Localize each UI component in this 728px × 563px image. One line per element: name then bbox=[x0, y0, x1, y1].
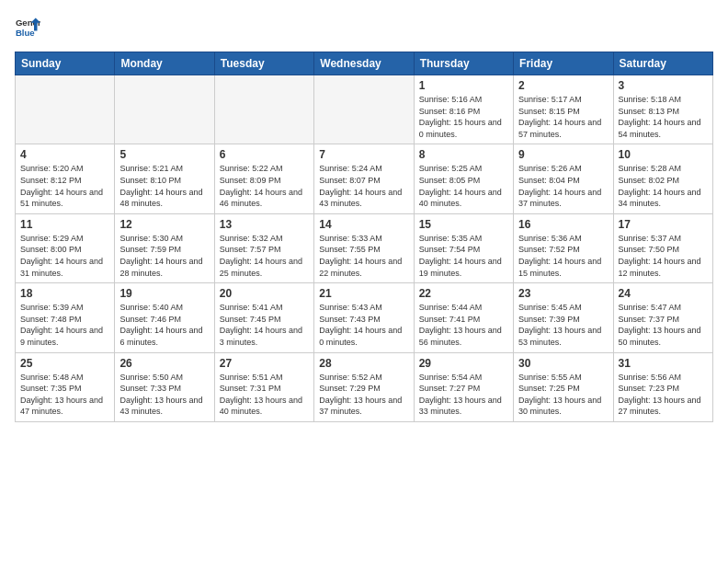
day-number: 30 bbox=[518, 357, 608, 370]
day-info: Sunrise: 5:50 AM Sunset: 7:33 PM Dayligh… bbox=[119, 372, 209, 418]
day-number: 12 bbox=[119, 218, 209, 231]
day-info: Sunrise: 5:30 AM Sunset: 7:59 PM Dayligh… bbox=[119, 233, 209, 279]
calendar-cell: 24Sunrise: 5:47 AM Sunset: 7:37 PM Dayli… bbox=[613, 283, 712, 352]
calendar-cell: 9Sunrise: 5:26 AM Sunset: 8:04 PM Daylig… bbox=[514, 144, 613, 213]
day-info: Sunrise: 5:33 AM Sunset: 7:55 PM Dayligh… bbox=[319, 233, 408, 279]
calendar-cell: 2Sunrise: 5:17 AM Sunset: 8:15 PM Daylig… bbox=[514, 75, 613, 144]
day-number: 20 bbox=[220, 287, 309, 300]
day-info: Sunrise: 5:18 AM Sunset: 8:13 PM Dayligh… bbox=[619, 94, 708, 140]
day-number: 4 bbox=[20, 148, 109, 161]
day-info: Sunrise: 5:25 AM Sunset: 8:05 PM Dayligh… bbox=[419, 163, 508, 209]
day-number: 24 bbox=[619, 287, 708, 300]
day-number: 21 bbox=[319, 287, 408, 300]
calendar-cell: 5Sunrise: 5:21 AM Sunset: 8:10 PM Daylig… bbox=[115, 144, 214, 213]
calendar-cell: 4Sunrise: 5:20 AM Sunset: 8:12 PM Daylig… bbox=[16, 144, 115, 213]
calendar-cell: 29Sunrise: 5:54 AM Sunset: 7:27 PM Dayli… bbox=[414, 352, 513, 421]
calendar-cell: 27Sunrise: 5:51 AM Sunset: 7:31 PM Dayli… bbox=[214, 352, 313, 421]
day-number: 5 bbox=[119, 148, 209, 161]
day-info: Sunrise: 5:26 AM Sunset: 8:04 PM Dayligh… bbox=[518, 163, 608, 209]
calendar-cell: 16Sunrise: 5:36 AM Sunset: 7:52 PM Dayli… bbox=[514, 213, 613, 282]
calendar-cell: 11Sunrise: 5:29 AM Sunset: 8:00 PM Dayli… bbox=[16, 213, 115, 282]
day-info: Sunrise: 5:29 AM Sunset: 8:00 PM Dayligh… bbox=[20, 233, 109, 279]
calendar-cell: 21Sunrise: 5:43 AM Sunset: 7:43 PM Dayli… bbox=[314, 283, 414, 352]
day-number: 23 bbox=[518, 287, 608, 300]
calendar-cell: 6Sunrise: 5:22 AM Sunset: 8:09 PM Daylig… bbox=[214, 144, 313, 213]
calendar-cell bbox=[16, 75, 115, 144]
header-tuesday: Tuesday bbox=[214, 52, 313, 75]
day-info: Sunrise: 5:37 AM Sunset: 7:50 PM Dayligh… bbox=[619, 233, 708, 279]
calendar-week-1: 1Sunrise: 5:16 AM Sunset: 8:16 PM Daylig… bbox=[16, 75, 713, 144]
calendar-cell: 18Sunrise: 5:39 AM Sunset: 7:48 PM Dayli… bbox=[16, 283, 115, 352]
day-number: 6 bbox=[220, 148, 309, 161]
calendar-cell: 12Sunrise: 5:30 AM Sunset: 7:59 PM Dayli… bbox=[115, 213, 214, 282]
calendar-cell: 1Sunrise: 5:16 AM Sunset: 8:16 PM Daylig… bbox=[414, 75, 513, 144]
day-number: 18 bbox=[20, 287, 109, 300]
calendar: SundayMondayTuesdayWednesdayThursdayFrid… bbox=[15, 52, 713, 422]
day-info: Sunrise: 5:43 AM Sunset: 7:43 PM Dayligh… bbox=[319, 302, 408, 348]
logo-icon: General Blue bbox=[15, 15, 40, 40]
day-info: Sunrise: 5:41 AM Sunset: 7:45 PM Dayligh… bbox=[220, 302, 309, 348]
calendar-week-3: 11Sunrise: 5:29 AM Sunset: 8:00 PM Dayli… bbox=[16, 213, 713, 282]
calendar-week-2: 4Sunrise: 5:20 AM Sunset: 8:12 PM Daylig… bbox=[16, 144, 713, 213]
day-info: Sunrise: 5:24 AM Sunset: 8:07 PM Dayligh… bbox=[319, 163, 408, 209]
svg-text:Blue: Blue bbox=[16, 28, 35, 38]
day-number: 7 bbox=[319, 148, 408, 161]
calendar-cell: 23Sunrise: 5:45 AM Sunset: 7:39 PM Dayli… bbox=[514, 283, 613, 352]
header-wednesday: Wednesday bbox=[314, 52, 414, 75]
calendar-cell: 10Sunrise: 5:28 AM Sunset: 8:02 PM Dayli… bbox=[613, 144, 712, 213]
day-number: 11 bbox=[20, 218, 109, 231]
day-info: Sunrise: 5:20 AM Sunset: 8:12 PM Dayligh… bbox=[20, 163, 109, 209]
day-number: 16 bbox=[518, 218, 608, 231]
header-saturday: Saturday bbox=[613, 52, 712, 75]
day-info: Sunrise: 5:47 AM Sunset: 7:37 PM Dayligh… bbox=[619, 302, 708, 348]
calendar-cell: 14Sunrise: 5:33 AM Sunset: 7:55 PM Dayli… bbox=[314, 213, 414, 282]
day-number: 29 bbox=[419, 357, 508, 370]
calendar-week-4: 18Sunrise: 5:39 AM Sunset: 7:48 PM Dayli… bbox=[16, 283, 713, 352]
calendar-cell bbox=[214, 75, 313, 144]
calendar-cell: 25Sunrise: 5:48 AM Sunset: 7:35 PM Dayli… bbox=[16, 352, 115, 421]
day-number: 19 bbox=[119, 287, 209, 300]
day-info: Sunrise: 5:17 AM Sunset: 8:15 PM Dayligh… bbox=[518, 94, 608, 140]
day-info: Sunrise: 5:35 AM Sunset: 7:54 PM Dayligh… bbox=[419, 233, 508, 279]
calendar-cell: 13Sunrise: 5:32 AM Sunset: 7:57 PM Dayli… bbox=[214, 213, 313, 282]
day-number: 22 bbox=[419, 287, 508, 300]
day-number: 9 bbox=[518, 148, 608, 161]
calendar-cell: 17Sunrise: 5:37 AM Sunset: 7:50 PM Dayli… bbox=[613, 213, 712, 282]
day-info: Sunrise: 5:40 AM Sunset: 7:46 PM Dayligh… bbox=[119, 302, 209, 348]
logo: General Blue bbox=[15, 15, 40, 40]
day-info: Sunrise: 5:44 AM Sunset: 7:41 PM Dayligh… bbox=[419, 302, 508, 348]
calendar-cell: 3Sunrise: 5:18 AM Sunset: 8:13 PM Daylig… bbox=[613, 75, 712, 144]
calendar-week-5: 25Sunrise: 5:48 AM Sunset: 7:35 PM Dayli… bbox=[16, 352, 713, 421]
day-info: Sunrise: 5:39 AM Sunset: 7:48 PM Dayligh… bbox=[20, 302, 109, 348]
calendar-cell: 19Sunrise: 5:40 AM Sunset: 7:46 PM Dayli… bbox=[115, 283, 214, 352]
day-number: 17 bbox=[619, 218, 708, 231]
day-info: Sunrise: 5:55 AM Sunset: 7:25 PM Dayligh… bbox=[518, 372, 608, 418]
day-number: 28 bbox=[319, 357, 408, 370]
calendar-cell: 31Sunrise: 5:56 AM Sunset: 7:23 PM Dayli… bbox=[613, 352, 712, 421]
day-number: 10 bbox=[619, 148, 708, 161]
calendar-cell bbox=[314, 75, 414, 144]
day-info: Sunrise: 5:56 AM Sunset: 7:23 PM Dayligh… bbox=[619, 372, 708, 418]
day-info: Sunrise: 5:45 AM Sunset: 7:39 PM Dayligh… bbox=[518, 302, 608, 348]
calendar-header-row: SundayMondayTuesdayWednesdayThursdayFrid… bbox=[16, 52, 713, 75]
calendar-cell: 7Sunrise: 5:24 AM Sunset: 8:07 PM Daylig… bbox=[314, 144, 414, 213]
day-info: Sunrise: 5:16 AM Sunset: 8:16 PM Dayligh… bbox=[419, 94, 508, 140]
calendar-cell: 8Sunrise: 5:25 AM Sunset: 8:05 PM Daylig… bbox=[414, 144, 513, 213]
header-monday: Monday bbox=[115, 52, 214, 75]
day-info: Sunrise: 5:54 AM Sunset: 7:27 PM Dayligh… bbox=[419, 372, 508, 418]
day-number: 31 bbox=[619, 357, 708, 370]
calendar-cell: 20Sunrise: 5:41 AM Sunset: 7:45 PM Dayli… bbox=[214, 283, 313, 352]
calendar-cell: 15Sunrise: 5:35 AM Sunset: 7:54 PM Dayli… bbox=[414, 213, 513, 282]
day-info: Sunrise: 5:22 AM Sunset: 8:09 PM Dayligh… bbox=[220, 163, 309, 209]
day-number: 8 bbox=[419, 148, 508, 161]
header: General Blue bbox=[15, 15, 713, 40]
day-info: Sunrise: 5:32 AM Sunset: 7:57 PM Dayligh… bbox=[220, 233, 309, 279]
day-number: 14 bbox=[319, 218, 408, 231]
day-info: Sunrise: 5:28 AM Sunset: 8:02 PM Dayligh… bbox=[619, 163, 708, 209]
calendar-cell: 26Sunrise: 5:50 AM Sunset: 7:33 PM Dayli… bbox=[115, 352, 214, 421]
day-info: Sunrise: 5:21 AM Sunset: 8:10 PM Dayligh… bbox=[119, 163, 209, 209]
day-info: Sunrise: 5:48 AM Sunset: 7:35 PM Dayligh… bbox=[20, 372, 109, 418]
calendar-cell bbox=[115, 75, 214, 144]
day-number: 15 bbox=[419, 218, 508, 231]
day-number: 27 bbox=[220, 357, 309, 370]
